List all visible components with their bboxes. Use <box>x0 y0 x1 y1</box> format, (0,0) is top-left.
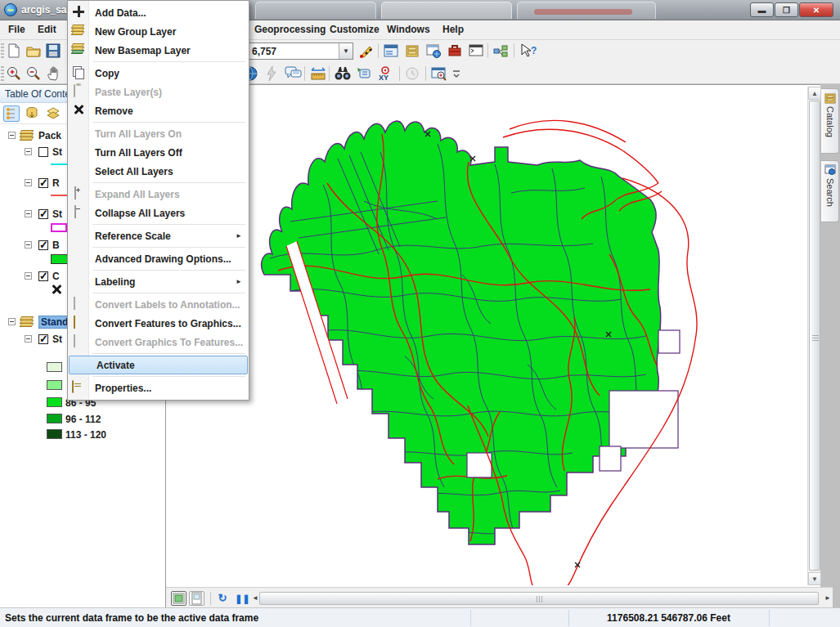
group-layer-icon <box>71 25 86 38</box>
catalog-window-icon[interactable] <box>425 43 442 59</box>
scroll-right-icon[interactable]: ► <box>822 593 833 604</box>
data-frame-label-selected[interactable]: Stand <box>38 316 70 329</box>
layer-label[interactable]: St <box>52 208 62 220</box>
toolbar-overflow-icon[interactable] <box>451 69 468 86</box>
menu-help[interactable]: Help <box>442 24 464 35</box>
chevron-down-icon[interactable]: ▼ <box>339 43 353 59</box>
menu-windows[interactable]: Windows <box>387 24 430 35</box>
zoom-out-icon[interactable] <box>25 65 42 82</box>
layer-checkbox-checked[interactable] <box>38 209 48 219</box>
collapse-expander-icon[interactable] <box>25 179 32 186</box>
layer-checkbox-checked[interactable] <box>38 271 48 281</box>
modelbuilder-icon[interactable] <box>492 43 509 59</box>
layer-checkbox-checked[interactable] <box>38 240 48 250</box>
menu-item-new-basemap-layer[interactable]: New Basemap Layer <box>68 41 249 60</box>
menu-item-collapse-all-layers[interactable]: Collapse All Layers <box>68 204 249 222</box>
arctoolbox-icon[interactable] <box>447 43 463 59</box>
menu-item-properties[interactable]: Properties... <box>68 378 249 397</box>
layout-view-button[interactable] <box>189 591 204 606</box>
go-to-feature-icon[interactable] <box>355 65 371 82</box>
data-view-button[interactable] <box>171 591 186 606</box>
close-button[interactable]: ✕ <box>799 2 833 17</box>
legend-swatch-medium-green <box>47 414 62 423</box>
whats-this-help-icon[interactable]: ? <box>519 43 535 59</box>
layer-label[interactable]: R <box>52 177 60 189</box>
map-horizontal-scrollbar[interactable] <box>258 592 820 605</box>
collapse-expander-icon[interactable] <box>25 148 32 155</box>
x-point-swatch <box>51 284 62 295</box>
layer-row[interactable]: St <box>25 332 62 346</box>
viewer-window-icon[interactable] <box>430 65 447 82</box>
map-vertical-scrollbar[interactable]: ▲ ▼ <box>807 87 820 585</box>
menu-item-select-all-layers[interactable]: Select All Layers <box>68 162 249 181</box>
scroll-up-icon[interactable]: ▲ <box>808 87 821 100</box>
layer-row[interactable]: B <box>25 238 60 252</box>
menu-item-advanced-drawing-options[interactable]: Advanced Drawing Options... <box>68 249 249 268</box>
layer-row[interactable]: St <box>25 145 62 159</box>
collapse-expander-icon[interactable] <box>25 272 32 280</box>
find-binoculars-icon[interactable] <box>334 65 350 82</box>
map-canvas[interactable] <box>168 87 806 585</box>
pan-hand-icon[interactable] <box>45 65 61 82</box>
edit-sketch-icon[interactable] <box>358 43 375 59</box>
time-slider-icon[interactable] <box>404 65 420 82</box>
layer-row[interactable]: R <box>25 176 60 190</box>
map-scale-combo[interactable]: 6,757 ▼ <box>247 43 353 60</box>
data-frame-row[interactable]: Pack <box>8 128 61 142</box>
search-tab[interactable]: Search <box>821 160 839 222</box>
collapse-expander-icon[interactable] <box>8 318 16 325</box>
menu-item-turn-all-layers-off[interactable]: Turn All Layers Off <box>68 143 249 162</box>
pause-drawing-icon[interactable]: ❚❚ <box>235 593 246 604</box>
menu-item-remove[interactable]: Remove <box>68 101 249 120</box>
list-by-source-icon[interactable] <box>25 105 41 122</box>
collapse-expander-icon[interactable] <box>25 210 32 217</box>
restore-button[interactable]: ❐ <box>775 2 798 17</box>
layer-label[interactable]: B <box>52 240 60 251</box>
menu-item-add-data[interactable]: Add Data... <box>68 3 249 22</box>
menu-item-new-group-layer[interactable]: New Group Layer <box>68 22 249 41</box>
collapse-expander-icon[interactable] <box>25 335 32 343</box>
list-by-drawing-order-icon[interactable] <box>3 105 20 122</box>
menu-item-reference-scale[interactable]: Reference Scale <box>68 226 249 245</box>
open-folder-icon[interactable] <box>25 43 42 59</box>
svg-text:?: ? <box>531 45 537 56</box>
horizontal-scroll-thumb[interactable] <box>259 592 819 605</box>
layer-label[interactable]: C <box>52 271 60 282</box>
list-by-visibility-icon[interactable] <box>46 105 62 122</box>
new-document-icon[interactable] <box>6 43 22 59</box>
layer-checkbox-checked[interactable] <box>38 178 48 188</box>
menu-geoprocessing[interactable]: Geoprocessing <box>254 24 326 35</box>
vertical-scroll-thumb[interactable] <box>809 101 820 571</box>
data-frame-label[interactable]: Pack <box>38 130 61 141</box>
menu-customize[interactable]: Customize <box>330 24 380 35</box>
arccatalog-icon[interactable] <box>404 43 420 59</box>
zoom-in-icon[interactable] <box>6 65 22 82</box>
collapse-expander-icon[interactable] <box>25 241 32 249</box>
layer-label[interactable]: St <box>52 146 62 158</box>
layer-row[interactable]: St <box>25 207 62 221</box>
layer-checkbox-checked[interactable] <box>38 334 48 344</box>
add-data-icon <box>71 6 86 20</box>
collapse-expander-icon[interactable] <box>8 132 16 139</box>
menu-item-labeling[interactable]: Labeling <box>68 272 249 291</box>
go-to-xy-icon[interactable]: XY <box>376 65 393 82</box>
measure-ruler-icon[interactable] <box>309 65 326 82</box>
menu-item-convert-features-to-graphics[interactable]: Convert Features to Graphics... <box>68 314 249 333</box>
data-frame-row-selected[interactable]: Stand <box>8 315 70 329</box>
layer-label[interactable]: St <box>52 334 62 345</box>
menu-edit[interactable]: Edit <box>38 24 56 35</box>
html-popup-icon[interactable] <box>285 65 301 82</box>
layer-row[interactable]: C <box>25 269 60 283</box>
editor-toolbar-icon[interactable] <box>383 43 399 59</box>
hyperlink-lightning-icon[interactable] <box>263 65 280 82</box>
catalog-tab[interactable]: Catalog <box>821 88 839 154</box>
refresh-icon[interactable]: ↻ <box>217 593 228 604</box>
minimize-button[interactable]: ▬ <box>750 2 774 17</box>
menu-file[interactable]: File <box>8 24 25 35</box>
menu-item-copy[interactable]: Copy <box>68 64 249 83</box>
scroll-down-icon[interactable]: ▼ <box>808 572 821 585</box>
python-window-icon[interactable] <box>468 43 484 59</box>
save-icon[interactable] <box>45 43 61 59</box>
menu-item-activate[interactable]: Activate <box>69 356 248 374</box>
layer-checkbox-unchecked[interactable] <box>38 147 48 157</box>
